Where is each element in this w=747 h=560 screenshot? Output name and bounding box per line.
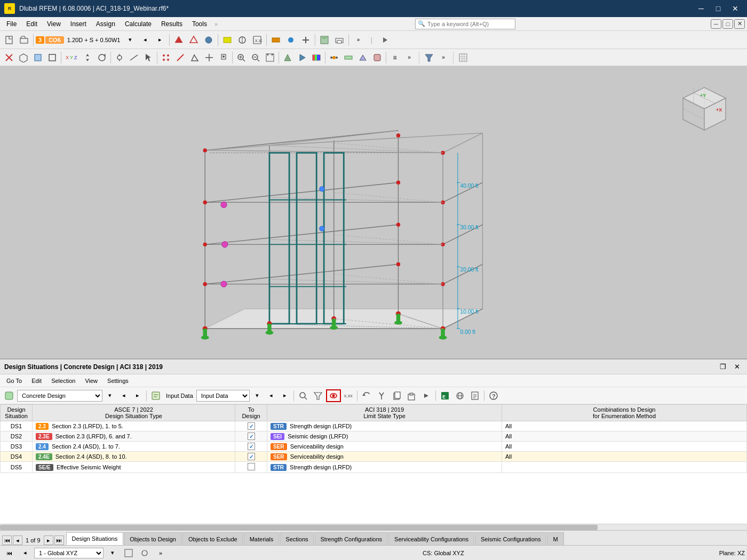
pt-xxx[interactable]: x.xx (342, 389, 355, 402)
sub-maximize[interactable]: □ (722, 19, 733, 29)
pt-web[interactable] (453, 389, 467, 402)
tab-design-situations[interactable]: Design Situations (66, 532, 124, 545)
tb2-zoom[interactable] (234, 51, 248, 65)
viewport[interactable]: 0.00 ft 10.00 ft 20.00 ft 30.00 ft 40.00… (0, 66, 747, 358)
tb-last[interactable] (378, 33, 392, 47)
tb2-line[interactable] (173, 51, 187, 65)
checkbox[interactable]: ✓ (248, 422, 255, 430)
pt-undo[interactable] (360, 389, 374, 402)
tb2-struct[interactable] (45, 51, 59, 65)
pt-arrow-right[interactable] (419, 389, 433, 402)
tb2-node[interactable] (159, 51, 173, 65)
checkbox[interactable]: ✓ (248, 433, 255, 440)
input-data-combo[interactable]: Input Data (196, 390, 250, 402)
pt-expand[interactable]: ▾ (104, 389, 116, 402)
tb2-snap[interactable] (113, 51, 126, 65)
scroll-thumb[interactable] (0, 525, 598, 530)
tab-more[interactable]: M (547, 532, 563, 545)
pt-report[interactable] (468, 389, 482, 402)
pt-excel[interactable]: E (438, 389, 452, 402)
tb2-comp2[interactable] (356, 51, 370, 65)
pm-view[interactable]: View (81, 377, 102, 385)
tab-objects-to-design[interactable]: Objects to Design (124, 532, 182, 545)
pt-paste[interactable] (404, 389, 418, 402)
close-button[interactable]: ✕ (728, 3, 743, 14)
tb2-diag[interactable] (188, 51, 202, 65)
tb2-render[interactable] (281, 51, 295, 65)
tb-btn-2[interactable] (187, 33, 201, 47)
tb-btn-5[interactable] (235, 33, 249, 47)
tb2-color[interactable] (309, 51, 323, 65)
minimize-button[interactable]: ─ (694, 3, 709, 14)
tb2-comp1[interactable] (341, 51, 355, 65)
tb2-animate[interactable] (295, 51, 309, 65)
pt-filter[interactable] (311, 389, 325, 402)
tb2-layers[interactable]: ≡ (388, 51, 402, 65)
pt-next2[interactable]: ▸ (279, 389, 291, 402)
checkbox[interactable]: ✓ (248, 453, 255, 460)
menu-view[interactable]: View (43, 19, 65, 29)
status-nav-first[interactable]: ⏮ (2, 548, 16, 558)
tab-seismic-config[interactable]: Seismic Configurations (475, 532, 547, 545)
pt-prev[interactable]: ◂ (117, 389, 130, 402)
status-expand[interactable]: ▾ (106, 548, 120, 558)
tb2-filter[interactable] (422, 51, 436, 65)
tab-serviceability-config[interactable]: Serviceability Configurations (388, 532, 474, 545)
tb2-cross[interactable] (202, 51, 216, 65)
sub-minimize[interactable]: ─ (711, 19, 721, 29)
tab-nav-last[interactable]: ⏭ (54, 535, 64, 545)
panel-restore[interactable]: ❐ (717, 362, 729, 372)
tb-save[interactable] (317, 33, 331, 47)
tb-btn-1[interactable] (172, 33, 186, 47)
tb2-expand2[interactable]: » (402, 51, 416, 65)
menu-edit[interactable]: Edit (22, 19, 42, 29)
combo-prev[interactable]: ◂ (138, 33, 152, 47)
cell-checkbox[interactable]: ✓ (235, 452, 267, 462)
panel-close[interactable]: ✕ (731, 362, 743, 372)
cell-checkbox[interactable]: ✓ (235, 421, 267, 431)
table-row[interactable]: DS1 2.3 Section 2.3 (LRFD), 1. to 5. ✓ S… (1, 421, 747, 431)
sb-btn3[interactable]: » (154, 548, 168, 558)
tb2-param[interactable] (327, 51, 341, 65)
tb-btn-8[interactable] (284, 33, 298, 47)
tb2-cube[interactable] (17, 51, 30, 65)
tb-btn-7[interactable] (269, 33, 283, 47)
open-btn[interactable] (17, 33, 31, 47)
tb-btn-9[interactable] (299, 33, 313, 47)
pm-selection[interactable]: Selection (47, 377, 80, 385)
sb-btn1[interactable] (122, 548, 136, 558)
status-nav-prev[interactable]: ◂ (18, 548, 32, 558)
tb2-comp3[interactable] (370, 51, 384, 65)
tb-expand[interactable]: » (351, 33, 365, 47)
pt-search[interactable] (296, 389, 310, 402)
maximize-button[interactable]: □ (711, 3, 726, 14)
combo-next[interactable]: ▸ (153, 33, 167, 47)
menu-insert[interactable]: Insert (66, 19, 91, 29)
pt-copy[interactable] (390, 389, 403, 402)
combo-expand[interactable]: ▾ (123, 33, 137, 47)
cell-checkbox[interactable]: ✓ (235, 431, 267, 442)
pt-module-icon[interactable] (2, 389, 16, 402)
cell-checkbox[interactable]: ✓ (235, 442, 267, 452)
tb2-grid[interactable] (456, 51, 470, 65)
tab-sections[interactable]: Sections (280, 532, 314, 545)
menu-results[interactable]: Results (157, 19, 187, 29)
menu-file[interactable]: File (2, 19, 21, 29)
pt-expand2[interactable]: ▾ (251, 389, 264, 402)
tb-print[interactable] (332, 33, 346, 47)
table-row[interactable]: DS5 SE/E Effective Seismic Weight STR St… (1, 462, 747, 473)
table-row[interactable]: DS2 2.3E Section 2.3 (LRFD), 6. and 7. ✓… (1, 431, 747, 442)
checkbox[interactable] (248, 463, 255, 470)
tb-btn-4[interactable] (220, 33, 234, 47)
tb2-pin[interactable] (217, 51, 231, 65)
tb2-axis[interactable]: X Y Z (63, 51, 80, 65)
tb2-surface[interactable] (31, 51, 45, 65)
sb-btn2[interactable] (138, 548, 152, 558)
tab-nav-prev[interactable]: ◂ (13, 535, 22, 545)
tb2-expand3[interactable]: » (436, 51, 450, 65)
menu-tools[interactable]: Tools (188, 19, 211, 29)
tb2-zoomout[interactable] (249, 51, 263, 65)
tb2-rotate[interactable] (95, 51, 109, 65)
tb2-select[interactable] (141, 51, 155, 65)
tab-strength-config[interactable]: Strength Configurations (315, 532, 388, 545)
